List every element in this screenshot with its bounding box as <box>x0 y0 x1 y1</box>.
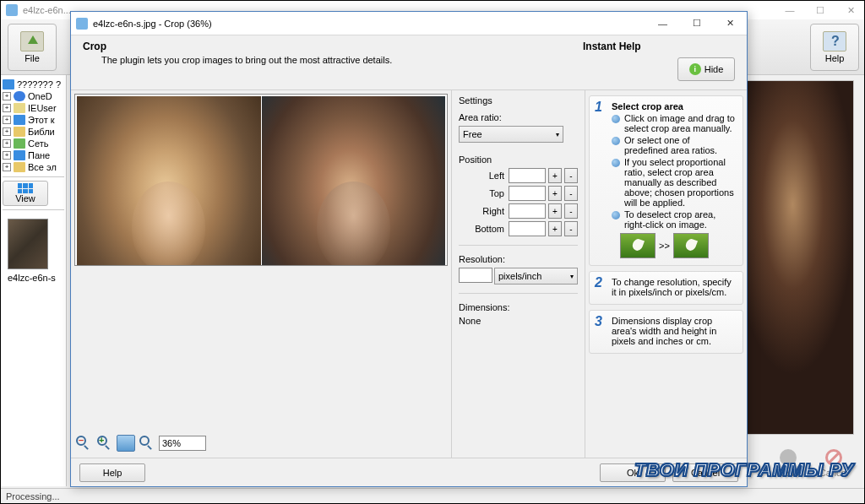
tree-item[interactable]: +Пане <box>3 149 64 161</box>
app-icon <box>6 4 18 16</box>
tree-item[interactable]: +Этот к <box>3 114 64 126</box>
expand-icon[interactable]: + <box>3 139 11 148</box>
step-number: 1 <box>595 100 602 115</box>
position-right-row: Right + - <box>459 203 578 219</box>
tree-item[interactable]: +Сеть <box>3 138 64 149</box>
settings-panel: Settings Area ratio: Free ▾ Position Lef… <box>451 90 585 458</box>
pc-icon <box>14 115 25 125</box>
divider <box>459 245 578 246</box>
resolution-unit-select[interactable]: pixels/inch ▾ <box>494 268 578 285</box>
zoom-fit-button[interactable] <box>117 435 135 452</box>
cancel-icon <box>825 449 842 466</box>
right-input[interactable] <box>509 203 546 219</box>
top-dec-button[interactable]: - <box>564 186 578 201</box>
bottom-inc-button[interactable]: + <box>548 221 562 236</box>
top-inc-button[interactable]: + <box>548 186 562 201</box>
cancel-button[interactable]: Cancel <box>813 449 854 483</box>
position-left-row: Left + - <box>459 168 578 183</box>
view-mode-button[interactable]: View <box>3 181 48 206</box>
help-button[interactable]: Help <box>810 24 859 71</box>
bullet-icon <box>612 211 620 219</box>
dialog-description: The plugin lets you crop images to bring… <box>83 55 583 65</box>
dialog-minimize-button[interactable]: — <box>645 13 679 35</box>
main-minimize-button[interactable]: — <box>775 2 805 19</box>
expand-icon[interactable]: + <box>3 116 11 124</box>
zoom-out-button[interactable] <box>74 435 93 452</box>
top-input[interactable] <box>509 186 546 201</box>
redo-icon <box>780 449 797 466</box>
preview-image <box>743 81 853 434</box>
divider <box>459 293 578 294</box>
bullet-icon <box>612 115 620 123</box>
tree-item[interactable]: +IEUser <box>3 102 64 114</box>
resolution-input[interactable] <box>459 268 492 283</box>
step1-title: Select crop area <box>612 101 683 111</box>
bullet-icon <box>612 159 620 167</box>
bottom-dec-button[interactable]: - <box>564 221 578 236</box>
original-image[interactable] <box>77 96 261 266</box>
redo-button[interactable]: Redo <box>768 449 808 483</box>
dialog-titlebar[interactable]: e4lzc-e6n-s.jpg - Crop (36%) — ☐ ✕ <box>71 12 747 35</box>
dialog-heading: Crop <box>83 41 583 52</box>
top-label: Top <box>471 188 504 198</box>
panel-icon <box>14 150 25 160</box>
area-ratio-select[interactable]: Free ▾ <box>459 126 563 143</box>
crop-dialog: e4lzc-e6n-s.jpg - Crop (36%) — ☐ ✕ Crop … <box>70 11 748 487</box>
file-button[interactable]: File <box>8 24 57 71</box>
dialog-maximize-button[interactable]: ☐ <box>679 13 713 35</box>
main-maximize-button[interactable]: ☐ <box>805 2 835 19</box>
left-input[interactable] <box>509 168 546 183</box>
ok-button[interactable]: Ok <box>600 463 666 482</box>
expand-icon[interactable]: + <box>3 151 11 160</box>
tree-item[interactable]: +Библи <box>3 126 64 138</box>
arrow-right-icon: >> <box>659 241 670 251</box>
cancel-button[interactable]: Cancel <box>672 463 738 482</box>
dialog-button-bar: Help Ok Cancel <box>71 458 747 486</box>
step-number: 3 <box>595 314 602 329</box>
zoom-in-button[interactable] <box>95 435 114 452</box>
expand-icon[interactable]: + <box>3 163 11 171</box>
hide-help-button[interactable]: i Hide <box>677 57 735 81</box>
expand-icon[interactable]: + <box>3 104 11 112</box>
help-thumb-after <box>673 233 709 258</box>
position-label: Position <box>459 154 578 165</box>
main-close-button[interactable]: ✕ <box>835 2 865 19</box>
right-dec-button[interactable]: - <box>564 203 578 219</box>
tree-item[interactable]: +Все эл <box>3 161 64 173</box>
zoom-toolbar <box>74 432 448 454</box>
chevron-down-icon: ▾ <box>570 273 574 280</box>
expand-icon[interactable]: + <box>3 92 11 100</box>
cloud-icon <box>14 91 25 101</box>
area-ratio-label: Area ratio: <box>459 112 578 122</box>
bottom-input[interactable] <box>509 221 546 236</box>
tree-item[interactable]: ??????? ? <box>3 79 64 90</box>
right-label: Right <box>471 206 504 216</box>
help-thumb-before <box>620 233 656 258</box>
help-step-1: 1 Select crop area Click on image and dr… <box>589 95 743 266</box>
thumbnail[interactable] <box>8 219 48 269</box>
main-preview-pane <box>743 80 854 435</box>
magnifier-plus-icon <box>97 436 107 446</box>
zoom-actual-button[interactable] <box>138 435 156 452</box>
dialog-title: e4lzc-e6n-s.jpg - Crop (36%) <box>93 19 212 29</box>
help-step-2: 2 To change resolution, specify it in pi… <box>589 271 743 305</box>
left-dec-button[interactable]: - <box>564 168 578 183</box>
left-inc-button[interactable]: + <box>548 168 562 183</box>
right-inc-button[interactable]: + <box>548 203 562 219</box>
image-preview-container <box>74 94 448 266</box>
dialog-close-button[interactable]: ✕ <box>713 13 747 35</box>
magnifier-icon <box>139 436 150 446</box>
help-button-label: Help <box>825 53 845 63</box>
instant-help-title: Instant Help <box>583 41 735 52</box>
instant-help-panel: 1 Select crop area Click on image and dr… <box>585 90 747 458</box>
tree-item[interactable]: +OneD <box>3 90 64 102</box>
result-image[interactable] <box>262 96 446 266</box>
left-label: Left <box>471 171 504 181</box>
folder-up-icon <box>20 31 44 51</box>
dialog-app-icon <box>76 18 88 30</box>
expand-icon[interactable]: + <box>3 127 11 136</box>
dialog-help-button[interactable]: Help <box>79 463 145 482</box>
network-icon <box>14 138 25 149</box>
monitor-icon <box>3 79 14 89</box>
zoom-input[interactable] <box>159 436 206 451</box>
